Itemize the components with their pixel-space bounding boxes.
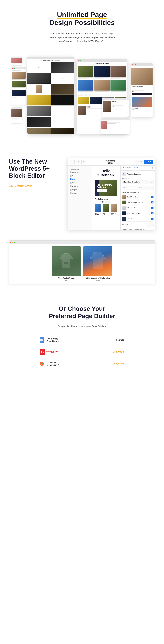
tb-align[interactable]: ⬛ <box>101 201 104 203</box>
block-editor-heading: Use The New WordPress 5+ Block Editor <box>9 158 59 179</box>
page-builder-heading: Or Choose Your Preferred Page Builder <box>5 305 159 320</box>
svg-point-8 <box>41 363 41 364</box>
inspector-close-btn[interactable]: ✕ <box>150 166 154 170</box>
page-builder-subtitle: Compatible with the most popular Page Bu… <box>5 325 159 328</box>
tshirt-svg <box>58 252 74 270</box>
product-remove-5[interactable]: ✕ <box>151 218 154 220</box>
tb-settings[interactable]: ⋮ <box>108 201 111 203</box>
gutenberg-inspector: Document Block ✕ 🎠 Product Carousel <box>121 166 155 230</box>
product-tshirt: Mesh Pocket T-shirt $57 <box>52 246 81 282</box>
hero-banner-block: Pre-Fall Denim Collection Shop Now <box>95 180 117 196</box>
product-search-input[interactable]: 🔍 Search products to display <box>122 186 154 190</box>
screenshot-far-left <box>11 67 26 105</box>
hero-cta[interactable]: Shop Now <box>99 190 105 192</box>
top-selling-heading: Top Selling Items <box>95 198 117 200</box>
vc-name: visual composer™ <box>45 362 61 366</box>
product-name-2: Camouflage Hooded Co… <box>127 202 150 203</box>
screenshot-card-bottomleft <box>11 107 22 123</box>
vc-logo-wrap: visual composer™ <box>40 361 61 366</box>
wpbakery-name: WPBakery Page Builder <box>45 338 61 342</box>
tab-block[interactable]: Block <box>132 166 140 170</box>
gts-plugins[interactable]: Plugins <box>69 188 90 191</box>
product-name-4: Navy Coach Jacket <box>127 212 150 214</box>
screenshot-card-topleft <box>11 57 22 65</box>
source-label: Source: <box>122 178 154 179</box>
wpbakery-icon <box>40 337 44 343</box>
gutenberg-editor: ☰ ↩ ↪ Gutenberg Editor Preview Publish N… <box>67 158 155 230</box>
product-item-1: Script Print Hoodie ✕ <box>122 194 154 200</box>
chevron-down-icon: ▼ <box>151 181 152 183</box>
search-icon: 🔍 <box>123 187 125 189</box>
product-item-4: Navy Coach Jacket ✕ <box>122 211 154 216</box>
gutenberg-main: Hello Gutenberg Pre-Fall Denim Collectio… <box>91 166 121 230</box>
elementor-logo-wrap: elementor <box>40 349 61 354</box>
product-avatar-2 <box>122 200 126 204</box>
product-name-1: Script Print Hoodie <box>127 196 150 198</box>
product-cards: Knit Hoodie $89 Camo Jacket $145 <box>95 204 117 217</box>
columns-value[interactable]: 3 <box>147 223 154 227</box>
section-block-editor: Use The New WordPress 5+ Block Editor a.… <box>0 150 164 235</box>
gtb-redo-btn[interactable]: ↪ <box>81 160 86 164</box>
gtb-title: Gutenberg Editor <box>103 160 117 164</box>
tab-document[interactable]: Document <box>122 166 132 170</box>
inspector-tabs: Document Block ✕ <box>121 166 155 170</box>
columns-field: Columns 3 <box>122 223 154 227</box>
product-windbreaker-name: Q-Zip Geometric Windbreaker <box>83 277 112 279</box>
gts-products[interactable]: Products <box>69 181 90 184</box>
gts-posts[interactable]: Posts <box>69 174 90 178</box>
vc-item: visual composer™ Compatible <box>35 358 129 370</box>
source-select-value: Manually pick products <box>123 181 140 183</box>
section1-title-line1: Unlimited Page <box>57 11 107 19</box>
product-showcase-section: Mesh Pocket T-shirt $57 Q-Zip Geometric … <box>0 235 164 294</box>
gutenberg-sidebar: Navigation Dashboard Posts Pages <box>67 166 91 230</box>
product-remove-3[interactable]: ✕ <box>151 207 154 209</box>
product-avatar-5 <box>122 217 126 221</box>
hero-heading: Pre-Fall Denim Collection <box>97 184 115 188</box>
gts-dashboard[interactable]: Dashboard <box>69 171 90 174</box>
gtb-preview-btn[interactable]: Preview <box>134 160 143 164</box>
carousel-block-icon: 🎠 <box>122 172 126 176</box>
columns-label: Columns <box>122 224 130 226</box>
source-select[interactable]: Manually pick products ▼ <box>122 180 154 184</box>
product-remove-4[interactable]: ✕ <box>151 212 154 214</box>
wpbakery-svg <box>40 338 44 342</box>
section-page-builder: Or Choose Your Preferred Page Builder Co… <box>0 294 164 380</box>
gts-appearance[interactable]: Appearance <box>69 185 90 188</box>
product-card-2: Camo Jacket $145 <box>103 204 109 217</box>
screenshot-product-detail: Odesse Langmore $320 <box>102 98 129 117</box>
search-field: 🔍 Search products to display <box>122 186 154 190</box>
yellow-divider <box>78 29 86 29</box>
wpbakery-logo-wrap: WPBakery Page Builder <box>40 337 61 343</box>
gutenberg-subtitle: a.k.a. Gutenberg <box>9 184 32 188</box>
svg-rect-5 <box>43 351 43 352</box>
gts-settings[interactable]: Settings <box>69 192 90 195</box>
product-tshirt-name: Mesh Pocket T-shirt <box>52 277 81 279</box>
gtb-publish-btn[interactable]: Publish <box>144 160 153 164</box>
tb-columns[interactable]: ⊞ <box>105 201 107 203</box>
product-card-3: Script Tee $58 <box>111 204 117 217</box>
elementor-item: elementor Compatible <box>35 346 129 358</box>
screenshots-mosaic: Mr. Tailor's Streetwear S/MB 2020 Lookbo… <box>9 57 155 142</box>
columns-row: Columns 3 <box>122 223 154 227</box>
screenshot-bottom-right <box>101 118 130 134</box>
carousel-block-name: Product Carousel <box>127 173 141 175</box>
product-avatar-1 <box>122 195 126 199</box>
svg-point-7 <box>40 362 44 366</box>
product-remove-1[interactable]: ✕ <box>151 196 154 198</box>
vc-badge: Compatible <box>113 362 124 365</box>
gtb-menu-btn[interactable]: ☰ <box>70 160 75 164</box>
yellow-divider-2 <box>9 181 17 181</box>
screenshot-right: MR. TAILOR Palm Tree Front Shirt Script … <box>131 63 153 117</box>
gutenberg-toolbar: ☰ ↩ ↪ Gutenberg Editor Preview Publish <box>67 158 155 166</box>
page-builder-underline: Page Builder <box>78 312 115 320</box>
spacing-label: Space Between Products <box>122 228 154 230</box>
product-avatar-3 <box>122 206 126 210</box>
source-field: Source: Manually pick products ▼ <box>122 178 154 184</box>
product-item-2: Camouflage Hooded Co… ✕ <box>122 200 154 205</box>
elementor-logo: elementor <box>40 349 58 354</box>
gtb-undo-btn[interactable]: ↩ <box>76 160 80 164</box>
gts-pages[interactable]: Pages <box>69 178 90 181</box>
spacing-field: Space Between Products 30 <box>122 228 154 230</box>
product-remove-2[interactable]: ✕ <box>151 201 154 204</box>
product-card-1: Knit Hoodie $89 <box>95 204 101 217</box>
